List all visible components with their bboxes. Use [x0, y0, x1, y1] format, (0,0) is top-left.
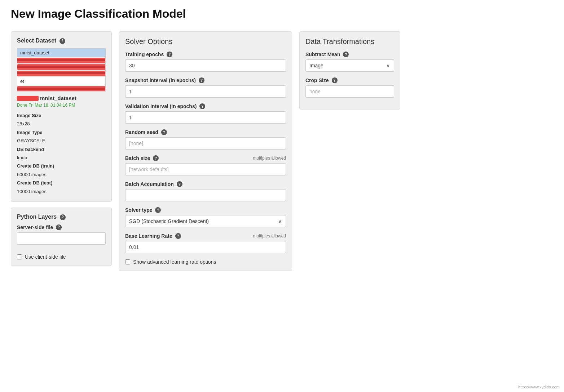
validation-interval-input[interactable]	[125, 111, 286, 124]
validation-interval-group: Validation interval (in epochs) ?	[125, 103, 286, 124]
subtract-mean-group: Subtract Mean ? None Image Pixel	[305, 52, 394, 72]
left-column: Select Dataset ? mnist_dataset et mnist_…	[11, 31, 112, 266]
snapshot-interval-help-icon[interactable]: ?	[199, 77, 204, 83]
server-side-file-help-icon[interactable]: ?	[56, 224, 62, 230]
crop-size-help-icon[interactable]: ?	[332, 77, 338, 83]
batch-accumulation-input[interactable]	[125, 189, 286, 201]
list-item[interactable]	[17, 86, 105, 92]
base-lr-label-row: Base Learning Rate ? multiples allowed	[125, 233, 286, 239]
solver-options-title: Solver Options	[125, 37, 286, 46]
training-epochs-help-icon[interactable]: ?	[167, 52, 172, 57]
random-seed-label: Random seed ?	[125, 129, 286, 135]
subtract-mean-label: Subtract Mean ?	[305, 52, 394, 57]
random-seed-input[interactable]	[125, 137, 286, 150]
training-epochs-input[interactable]	[125, 59, 286, 72]
crop-size-input[interactable]	[305, 85, 394, 98]
right-column: Data Transformations Subtract Mean ? Non…	[299, 31, 400, 110]
subtract-mean-help-icon[interactable]: ?	[343, 52, 349, 57]
crop-size-group: Crop Size ?	[305, 77, 394, 98]
select-dataset-panel: Select Dataset ? mnist_dataset et mnist_…	[11, 31, 112, 202]
solver-options-panel: Solver Options Training epochs ? Snapsho…	[119, 31, 292, 271]
redact-block	[17, 96, 39, 101]
python-layers-panel: Python Layers ? Server-side file ? Use c…	[11, 208, 112, 266]
base-lr-input[interactable]	[125, 241, 286, 253]
base-lr-label: Base Learning Rate ?	[125, 233, 181, 239]
batch-size-label: Batch size ?	[125, 155, 159, 161]
select-dataset-title: Select Dataset ?	[17, 37, 106, 44]
snapshot-interval-label: Snapshot interval (in epochs) ?	[125, 77, 286, 83]
list-item[interactable]	[17, 71, 105, 76]
batch-size-input[interactable]	[125, 163, 286, 175]
random-seed-help-icon[interactable]: ?	[161, 129, 167, 135]
batch-size-label-row: Batch size ? multiples allowed	[125, 155, 286, 161]
solver-type-label: Solver type ?	[125, 207, 286, 213]
list-item[interactable]: mnist_dataset	[17, 49, 105, 57]
training-epochs-label: Training epochs ?	[125, 52, 286, 57]
batch-size-help-icon[interactable]: ?	[153, 155, 159, 161]
base-lr-group: Base Learning Rate ? multiples allowed	[125, 233, 286, 253]
base-lr-help-icon[interactable]: ?	[175, 233, 181, 239]
python-layers-title: Python Layers ?	[17, 214, 106, 220]
random-seed-group: Random seed ?	[125, 129, 286, 150]
show-advanced-lr-label: Show advanced learning rate options	[133, 259, 216, 265]
crop-size-label: Crop Size ?	[305, 77, 394, 83]
page-title: New Image Classification Model	[11, 7, 553, 21]
snapshot-interval-input[interactable]	[125, 85, 286, 98]
server-side-file-input[interactable]	[17, 232, 106, 245]
use-client-side-label: Use client-side file	[25, 254, 66, 260]
list-item[interactable]: et	[17, 77, 105, 85]
subtract-mean-select[interactable]: None Image Pixel	[305, 59, 394, 72]
batch-size-group: Batch size ? multiples allowed	[125, 155, 286, 175]
data-transformations-title: Data Transformations	[305, 37, 394, 46]
solver-type-select-wrapper: SGD (Stochastic Gradient Descent) Adam A…	[125, 215, 286, 227]
base-lr-multiples: multiples allowed	[253, 233, 286, 239]
show-advanced-lr-checkbox[interactable]	[125, 259, 130, 264]
batch-size-multiples: multiples allowed	[253, 156, 286, 161]
validation-interval-label: Validation interval (in epochs) ?	[125, 103, 286, 109]
batch-accumulation-group: Batch Accumulation ?	[125, 181, 286, 201]
solver-type-help-icon[interactable]: ?	[155, 207, 161, 213]
batch-accumulation-help-icon[interactable]: ?	[177, 181, 182, 187]
dataset-info: Image Size 28x28 Image Type GRAYSCALE DB…	[17, 111, 106, 196]
server-side-file-label: Server-side file ?	[17, 224, 106, 230]
use-client-side-checkbox[interactable]	[17, 254, 22, 259]
solver-type-group: Solver type ? SGD (Stochastic Gradient D…	[125, 207, 286, 227]
batch-accumulation-label: Batch Accumulation ?	[125, 181, 286, 187]
use-client-side-row: Use client-side file	[17, 254, 106, 260]
solver-type-select[interactable]: SGD (Stochastic Gradient Descent) Adam A…	[125, 215, 286, 227]
python-layers-help-icon[interactable]: ?	[60, 214, 66, 220]
select-dataset-help-icon[interactable]: ?	[60, 38, 65, 44]
server-side-file-group: Server-side file ?	[17, 224, 106, 248]
list-item[interactable]	[17, 64, 105, 70]
subtract-mean-select-wrapper: None Image Pixel	[305, 59, 394, 72]
data-transformations-panel: Data Transformations Subtract Mean ? Non…	[299, 31, 400, 110]
center-column: Solver Options Training epochs ? Snapsho…	[119, 31, 292, 271]
show-advanced-lr-row: Show advanced learning rate options	[125, 259, 286, 265]
dataset-status: Done Fri Mar 18, 01:04:16 PM	[17, 103, 106, 108]
dataset-list[interactable]: mnist_dataset et	[17, 48, 106, 92]
snapshot-interval-group: Snapshot interval (in epochs) ?	[125, 77, 286, 98]
selected-dataset-name: mnist_dataset	[17, 95, 106, 101]
training-epochs-group: Training epochs ?	[125, 52, 286, 72]
list-item[interactable]	[17, 58, 105, 63]
validation-interval-help-icon[interactable]: ?	[199, 103, 205, 109]
